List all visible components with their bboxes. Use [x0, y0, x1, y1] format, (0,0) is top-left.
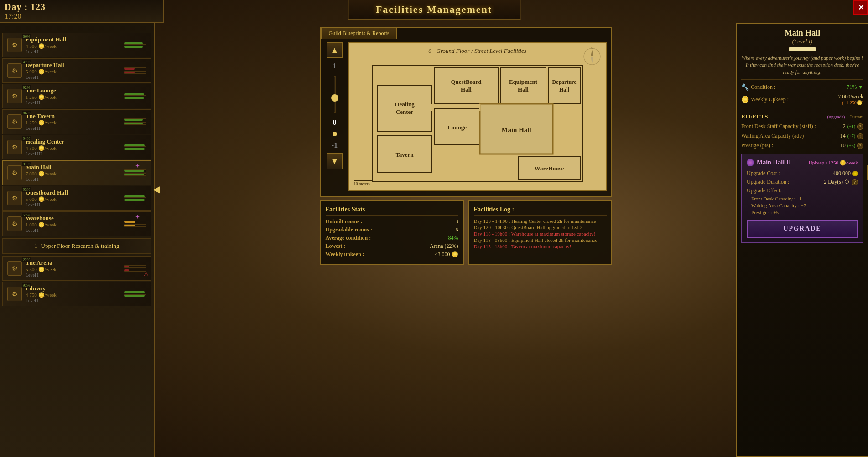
item-icon: ⚙	[7, 287, 22, 301]
upgrade-cost-row: Upgrade Cost : 400 000	[747, 170, 858, 177]
item-percent: 86%	[22, 111, 31, 115]
item-bars	[124, 42, 146, 48]
close-button[interactable]: ✕	[853, 0, 868, 15]
item-name: The Tavern	[26, 113, 121, 120]
day-label: Day : 123	[5, 2, 159, 12]
item-cost: 1 000 🪙/week	[26, 222, 121, 228]
upgrade-name: Main Hall II	[747, 159, 791, 166]
bar-fill	[124, 144, 145, 146]
item-cost: 4 500 🪙/week	[26, 145, 121, 151]
duration-help-icon[interactable]: ?	[852, 179, 858, 185]
stats-panel: Facilities Stats Unbuilt rooms : 3 Upgra…	[320, 200, 464, 265]
item-level: Level I	[26, 177, 121, 182]
floor-level-0[interactable]: 0	[333, 115, 337, 130]
bar-row-2	[124, 122, 146, 125]
sidebar-items: 86% ⚙ Equipment Hall 4 500 🪙/week Level …	[0, 33, 154, 236]
item-cost: 1 250 🪙/week	[26, 120, 121, 126]
sidebar-item-library[interactable]: 93% ⚙ Library 4 750 🪙/week Level I	[2, 282, 151, 306]
map-svg: Healing Center QuestBoard Hall Equipment…	[354, 58, 601, 186]
floor-slider-track	[334, 76, 336, 113]
bar-fill	[124, 221, 135, 223]
stat-row: Weekly upkeep : 43 000 🪙	[326, 251, 458, 258]
bar-row-1	[124, 291, 146, 293]
effect-label: Prestige (pts) :	[741, 142, 840, 149]
effect-label: Waiting Area Capacity (adv) :	[741, 133, 840, 139]
log-entries: Day 123 - 14h00 : Healing Center closed …	[474, 218, 607, 249]
stat-label: Upgradable rooms :	[326, 226, 372, 233]
item-name: The Lounge	[26, 87, 121, 94]
sidebar-item-departure-hall[interactable]: 47% ⚙ Departure Hall 5 000 🪙/week Level …	[2, 58, 151, 83]
upgrade-box-header: Main Hall II Upkeep +1250 🪙/week	[747, 159, 858, 166]
bar-row-1	[124, 67, 146, 70]
sidebar-section-header: 1- Upper Floor Research & training	[2, 238, 151, 254]
wrench-icon: ⚙	[12, 169, 18, 177]
wrench-icon: ⚙	[12, 265, 18, 272]
sidebar-item-equipment-hall[interactable]: 86% ⚙ Equipment Hall 4 500 🪙/week Level …	[2, 33, 151, 57]
upgrade-effect-row: Waiting Area Capacity : +7	[751, 203, 858, 208]
svg-text:Tavern: Tavern	[395, 151, 414, 158]
wrench-icon: ⚙	[12, 195, 18, 202]
item-level: Level III	[26, 151, 121, 156]
bar-row-2	[124, 269, 146, 272]
sidebar-item-questboard-hall[interactable]: 93% ⚙ Questboard Hall 5 000 🪙/week Level…	[2, 186, 151, 211]
effects-label: EFFECTS	[741, 113, 768, 120]
effect-plus: (+5)	[847, 143, 855, 148]
sidebar-item-healing-center[interactable]: 94% ⚙ Healing Center 4 500 🪙/week Level …	[2, 135, 151, 159]
stat-label: Average condition :	[326, 235, 371, 241]
effect-help-icon[interactable]: ?	[857, 123, 863, 130]
bar-row-2	[124, 173, 146, 176]
page-title: Facilities Management	[376, 4, 492, 15]
condition-label: Condition :	[751, 84, 775, 91]
sidebar-item-warehouse[interactable]: 52% ⚙ Warehouse 1 000 🪙/week Level I +	[2, 211, 151, 236]
item-name: Questboard Hall	[26, 189, 121, 196]
sidebar-item-main-hall[interactable]: 91% ⚙ Main Hall 7 000 🪙/week Level I +	[2, 160, 151, 185]
sidebar-item-the-lounge[interactable]: 92% ⚙ The Lounge 1 250 🪙/week Level II	[2, 84, 151, 108]
svg-marker-1	[591, 50, 593, 56]
upkeep-label: Weekly Upkeep :	[751, 96, 789, 103]
effect-help-icon[interactable]: ?	[857, 133, 863, 139]
sidebar-item-the-arena[interactable]: 22% ⚙ The Arena 5 500 🪙/week Level I ⚠	[2, 256, 151, 281]
bar-fill	[124, 68, 135, 70]
scale-bar: 10 meters	[354, 180, 372, 186]
left-arrow[interactable]: ◀	[153, 184, 160, 195]
effect-help-icon[interactable]: ?	[857, 143, 863, 149]
log-title: Facilities Log :	[474, 206, 607, 216]
svg-text:Hall: Hall	[461, 86, 472, 93]
upkeep-value: 7 000/week	[838, 93, 863, 100]
item-name: The Arena	[26, 259, 121, 267]
rp-title: Main Hall	[741, 28, 863, 38]
item-percent: 52%	[22, 213, 31, 217]
floor-level-neg1[interactable]: -1	[332, 138, 338, 153]
wrench-icon: ⚙	[12, 144, 18, 151]
floor-dot	[333, 132, 337, 136]
upgrade-effect-label: Upgrade Effect:	[747, 187, 782, 194]
log-panel: Facilities Log : Day 123 - 14h00 : Heali…	[468, 200, 612, 265]
bar-fill	[124, 123, 143, 124]
effect-plus: (+1)	[847, 124, 855, 129]
stat-value: 6	[456, 226, 458, 233]
item-icon: ⚙	[7, 165, 22, 180]
upgrade-box: Main Hall II Upkeep +1250 🪙/week Upgrade…	[741, 154, 863, 243]
upgrade-effect-label: Prestiges : +5	[751, 210, 779, 215]
effects-upgrade-col: (upgrade)	[827, 114, 845, 119]
upgrade-button[interactable]: UPGRADE	[747, 220, 858, 238]
item-plus-icon: +	[135, 213, 140, 221]
upgrade-duration-value: 2 Day(s) ⏱	[824, 179, 850, 185]
floor-up-btn[interactable]: ▲	[327, 42, 343, 58]
item-bars	[124, 291, 146, 297]
bar-fill	[124, 170, 144, 172]
stat-label: Unbuilt rooms :	[326, 218, 363, 225]
bar-fill	[124, 195, 145, 197]
floor-down-btn[interactable]: ▼	[327, 153, 343, 169]
floor-level-1[interactable]: 1	[333, 58, 337, 74]
svg-text:QuestBoard: QuestBoard	[451, 78, 482, 85]
blueprint-tab: Guild Blueprints & Reports	[321, 27, 397, 39]
bar-row-1	[124, 144, 146, 147]
effect-row: Front Desk Staff Capacity (staff) : 2 (+…	[741, 123, 863, 130]
sidebar-lower-items: 22% ⚙ The Arena 5 500 🪙/week Level I ⚠ 9…	[0, 256, 154, 306]
rp-divider-1	[741, 79, 863, 80]
sidebar-item-the-tavern[interactable]: 86% ⚙ The Tavern 1 250 🪙/week Level II	[2, 109, 151, 134]
svg-rect-8	[434, 67, 498, 104]
effect-value: 2 (+1) ?	[843, 123, 863, 130]
svg-text:Departure: Departure	[552, 79, 577, 85]
